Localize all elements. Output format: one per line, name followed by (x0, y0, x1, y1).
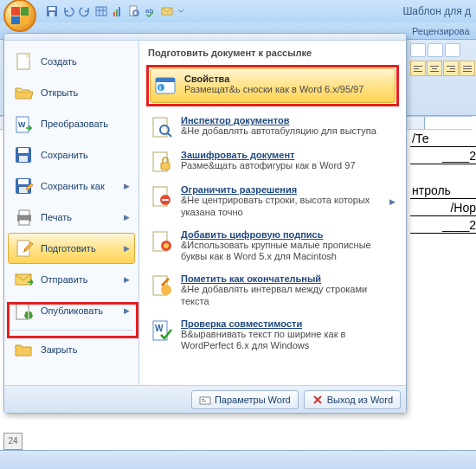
encrypt-icon (150, 150, 174, 174)
button-label: Выход из Word (327, 395, 393, 405)
status-bar (0, 450, 476, 469)
align-center-icon[interactable] (427, 61, 442, 76)
qat-dropdown-icon[interactable] (177, 4, 185, 18)
button-label: Параметры Word (215, 395, 291, 405)
submenu-arrow-icon: ▶ (124, 213, 130, 222)
menu-item-label: Печать (41, 212, 72, 222)
tab-review[interactable]: Рецензирова (412, 26, 470, 36)
spellcheck-icon[interactable]: ab (144, 4, 158, 18)
svg-rect-50 (202, 399, 204, 400)
submenu-arrow-icon: ▶ (124, 306, 130, 315)
prepare-icon (13, 238, 34, 259)
table-icon[interactable] (94, 4, 108, 18)
svg-rect-38 (161, 163, 170, 170)
doc-text: ____2 (410, 147, 476, 164)
submenu-item-inspect[interactable]: Инспектор документов&Не добавлять автота… (146, 110, 399, 145)
undo-icon[interactable] (61, 4, 75, 18)
menu-item-label: Сохранить (41, 150, 88, 160)
align-left-icon[interactable] (410, 61, 426, 76)
menu-item-save[interactable]: Сохранить (8, 139, 135, 170)
submenu-item-sign[interactable]: Добавить цифровую подпись&Использовать к… (146, 224, 399, 269)
submenu-title: Подготовить документ к рассылке (146, 46, 399, 61)
align-justify-icon[interactable] (460, 61, 475, 76)
title-bar: ab Шаблон для д (0, 0, 476, 22)
menu-item-label: Закрыть (41, 344, 77, 355)
doc-text: /Нор (410, 199, 476, 216)
submenu-arrow-icon: ▶ (124, 182, 130, 190)
menu-item-prepare[interactable]: Подготовить▶ (8, 233, 135, 264)
submenu-arrow-icon: ▶ (389, 197, 396, 206)
svg-rect-7 (113, 12, 115, 16)
submenu-item-restrict[interactable]: Ограничить разрешения&Не центрировать ст… (146, 179, 399, 224)
menu-item-label: Создать (41, 56, 77, 67)
doc-text: ____2 (410, 216, 476, 234)
svg-rect-1 (48, 7, 55, 10)
sign-icon (150, 229, 174, 254)
new-icon (13, 51, 34, 72)
menu-item-open[interactable]: Открыть (8, 77, 135, 108)
menu-item-new[interactable]: Создать (8, 46, 135, 77)
menu-item-label: Опубликовать (41, 305, 103, 316)
menu-item-close[interactable]: Закрыть (8, 334, 135, 365)
svg-rect-18 (18, 148, 29, 153)
submenu-item-compat[interactable]: WПроверка совместимостиВ&ыравнивать текс… (146, 313, 399, 358)
svg-text:W: W (18, 120, 26, 129)
svg-rect-41 (162, 199, 169, 201)
word-options-button[interactable]: Параметры Word (191, 390, 299, 409)
close-icon (13, 339, 34, 360)
redo-icon[interactable] (78, 4, 92, 18)
svg-rect-9 (119, 7, 120, 16)
office-menu-footer: Параметры Word Выход из Word (4, 385, 406, 413)
inspect-icon (150, 115, 174, 139)
submenu-item-desc: &Не центрировать строки, высота которых … (181, 195, 383, 219)
doc-text: нтроль (410, 182, 476, 199)
menu-item-publish[interactable]: Опубликовать▶ (8, 295, 135, 326)
svg-rect-31 (156, 78, 175, 82)
page-indicator[interactable]: 24 (3, 433, 23, 450)
submenu-item-title: Ограничить разрешения (181, 184, 383, 195)
submenu-item-properties[interactable]: iСвойстваРазмещат&ь сноски как в Word 6.… (150, 68, 396, 103)
final-icon (150, 273, 174, 298)
menu-item-label: Подготовить (41, 243, 96, 254)
menu-item-label: Преобразовать (41, 119, 108, 129)
align-right-icon[interactable] (443, 61, 459, 76)
submenu-item-title: Проверка совместимости (181, 318, 396, 329)
numbered-list-icon[interactable] (428, 43, 443, 57)
svg-line-36 (168, 133, 171, 137)
highlight-annotation: iСвойстваРазмещат&ь сноски как в Word 6.… (146, 65, 399, 106)
office-logo-icon (11, 7, 29, 24)
menu-item-convert[interactable]: WПреобразовать (8, 108, 135, 139)
exit-word-button[interactable]: Выход из Word (304, 390, 401, 409)
submenu-item-desc: &Использовать крупные малые прописные бу… (181, 240, 396, 264)
svg-rect-51 (202, 401, 206, 402)
email-icon[interactable] (160, 4, 174, 18)
save-icon[interactable] (45, 4, 59, 18)
list-icon[interactable] (410, 43, 426, 57)
preview-icon[interactable] (127, 4, 141, 18)
submenu-item-desc: Разме&щать автофигуры как в Word 97 (181, 160, 396, 172)
svg-rect-2 (49, 12, 55, 16)
close-icon (312, 394, 324, 406)
document-content[interactable]: /Те ____2 нтроль /Нор ____2 (410, 130, 476, 234)
quick-access-toolbar: ab (45, 4, 185, 18)
window-title: Шаблон для д (402, 5, 471, 17)
multilevel-list-icon[interactable] (445, 43, 460, 57)
doc-text: /Те (410, 130, 476, 147)
menu-item-print[interactable]: Печать▶ (8, 202, 135, 233)
svg-text:i: i (159, 84, 161, 92)
submenu-item-final[interactable]: Пометить как окончательный&Не добавлять … (146, 268, 399, 313)
submenu-item-encrypt[interactable]: Зашифровать документРазме&щать автофигур… (146, 145, 399, 179)
office-button[interactable] (3, 0, 36, 32)
open-icon (13, 82, 34, 103)
svg-rect-19 (19, 156, 28, 162)
convert-icon: W (13, 113, 34, 134)
submenu-arrow-icon: ▶ (124, 244, 130, 253)
svg-rect-8 (116, 10, 118, 16)
submenu-item-title: Инспектор документов (181, 115, 396, 125)
menu-item-saveas[interactable]: Сохранить как▶ (8, 170, 135, 202)
submenu-item-title: Пометить как окончательный (181, 273, 396, 284)
chart-icon[interactable] (111, 4, 125, 18)
submenu-item-desc: Размещат&ь сноски как в Word 6.x/95/97 (184, 84, 392, 96)
menu-item-send[interactable]: Отправить▶ (8, 264, 135, 295)
menu-item-label: Открыть (41, 87, 78, 98)
